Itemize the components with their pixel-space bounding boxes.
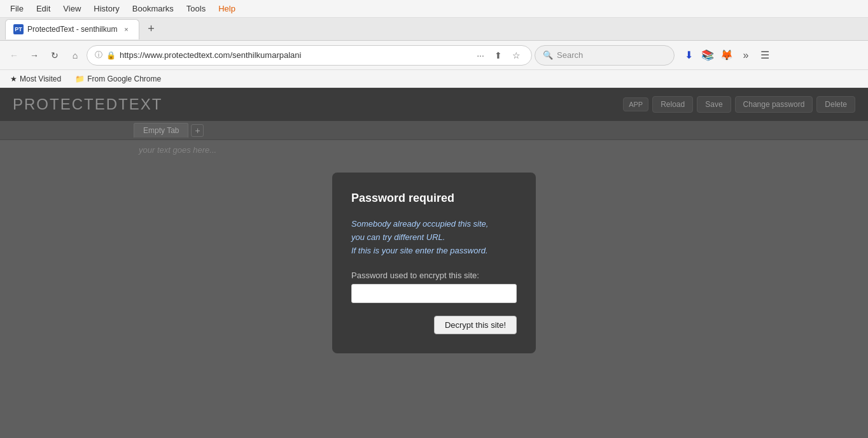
- forward-button[interactable]: →: [25, 46, 43, 64]
- modal-body-text: Somebody already occupied this site, you…: [351, 218, 517, 257]
- url-bar[interactable]: ⓘ 🔒 https://www.protectedtext.com/senthi…: [87, 45, 532, 66]
- tab-favicon: PT: [13, 24, 24, 34]
- info-icon: ⓘ: [95, 50, 102, 60]
- modal-title: Password required: [351, 192, 517, 205]
- tab-title: ProtectedText - senthilkum: [27, 25, 117, 34]
- site-container: PROTECTEDTEXT APP Reload Save Change pas…: [0, 88, 868, 438]
- back-button[interactable]: ←: [5, 46, 23, 64]
- fox-button[interactable]: 🦊: [718, 46, 736, 64]
- bookmark-from-chrome[interactable]: 📁 From Google Chrome: [71, 73, 165, 85]
- menu-tools[interactable]: Tools: [181, 2, 211, 15]
- search-bar[interactable]: 🔍 Search: [535, 45, 675, 66]
- pocket-button[interactable]: ⬆: [491, 48, 506, 63]
- most-visited-label: Most Visited: [20, 74, 61, 83]
- password-input[interactable]: [351, 284, 517, 303]
- folder-icon: 📁: [75, 74, 85, 83]
- search-icon: 🔍: [543, 50, 553, 60]
- modal-footer: Decrypt this site!: [351, 316, 517, 334]
- modal-body-line3: If this is your site enter the password.: [351, 246, 488, 255]
- home-button[interactable]: ⌂: [66, 46, 84, 64]
- modal-body-line1: Somebody already occupied this site,: [351, 219, 488, 229]
- menu-history[interactable]: History: [88, 2, 124, 15]
- password-modal: Password required Somebody already occup…: [332, 173, 536, 353]
- tab-bar: PT ProtectedText - senthilkum × +: [0, 18, 868, 41]
- url-actions: ··· ⬆ ☆: [473, 48, 524, 63]
- lock-icon: 🔒: [106, 51, 116, 60]
- more-actions-button[interactable]: ···: [473, 48, 488, 63]
- menu-help[interactable]: Help: [213, 2, 241, 15]
- menu-bar: File Edit View History Bookmarks Tools H…: [0, 0, 868, 18]
- menu-bookmarks[interactable]: Bookmarks: [127, 2, 179, 15]
- bookmarks-bar: ★ Most Visited 📁 From Google Chrome: [0, 70, 868, 88]
- modal-body-line2: you can try different URL.: [351, 232, 445, 242]
- menu-view[interactable]: View: [58, 2, 86, 15]
- url-text: https://www.protectedtext.com/senthilkum…: [120, 50, 469, 60]
- decrypt-button[interactable]: Decrypt this site!: [434, 316, 517, 334]
- bookmark-star-button[interactable]: ☆: [508, 48, 524, 63]
- new-tab-button[interactable]: +: [142, 20, 160, 38]
- modal-overlay: Password required Somebody already occup…: [0, 88, 868, 438]
- download-button[interactable]: ⬇: [680, 46, 697, 64]
- menu-file[interactable]: File: [5, 2, 29, 15]
- extensions-button[interactable]: »: [737, 46, 755, 64]
- toolbar-right: ⬇ 📚 🦊 » ☰: [680, 46, 774, 64]
- bookmark-most-visited[interactable]: ★ Most Visited: [6, 73, 65, 85]
- menu-edit[interactable]: Edit: [31, 2, 55, 15]
- library-button[interactable]: 📚: [699, 46, 717, 64]
- address-bar: ← → ↻ ⌂ ⓘ 🔒 https://www.protectedtext.co…: [0, 41, 868, 70]
- browser-tab[interactable]: PT ProtectedText - senthilkum ×: [5, 19, 139, 39]
- hamburger-button[interactable]: ☰: [756, 46, 774, 64]
- reload-button[interactable]: ↻: [46, 46, 64, 64]
- tab-close-button[interactable]: ×: [121, 24, 131, 34]
- most-visited-icon: ★: [10, 74, 17, 83]
- search-placeholder: Search: [557, 50, 583, 60]
- modal-password-label: Password used to encrypt this site:: [351, 271, 517, 280]
- from-chrome-label: From Google Chrome: [87, 74, 161, 83]
